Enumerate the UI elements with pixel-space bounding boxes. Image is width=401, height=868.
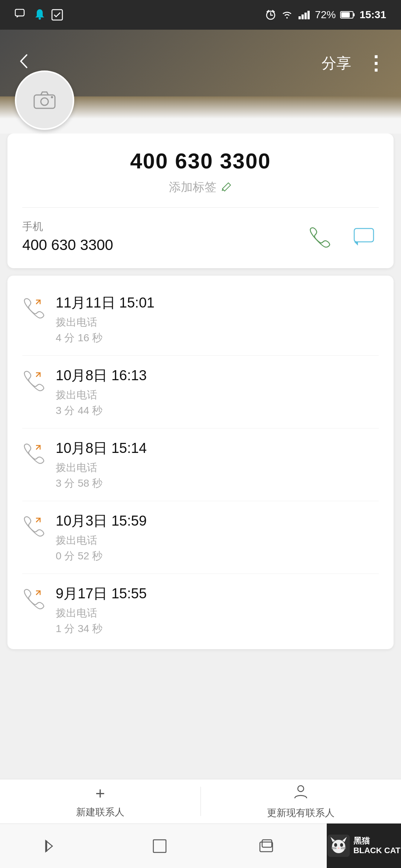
plus-icon: + (95, 784, 105, 803)
history-duration: 1 分 34 秒 (56, 622, 379, 636)
call-history-card: 11月11日 15:01 拨出电话 4 分 16 秒 10月8日 16:13 拨… (7, 276, 394, 649)
black-cat-watermark: 黑猫BLACK CAT (327, 823, 401, 868)
black-cat-logo (327, 835, 350, 857)
avatar-section (0, 96, 401, 134)
history-type: 拨出电话 (56, 461, 379, 475)
history-duration: 3 分 58 秒 (56, 476, 379, 490)
phone-number-display: 400 630 3300 (22, 237, 113, 253)
history-time: 10月8日 16:13 (56, 366, 379, 385)
history-duration: 0 分 52 秒 (56, 549, 379, 563)
status-bar: 72% 15:31 (0, 0, 401, 30)
svg-point-12 (41, 98, 48, 105)
battery-percent: 72% (315, 9, 336, 21)
history-time: 10月3日 15:59 (56, 512, 379, 530)
new-contact-label: 新建联系人 (76, 806, 124, 819)
checkbox-icon (51, 9, 63, 21)
outgoing-call-icon (22, 296, 45, 320)
svg-point-1 (39, 17, 41, 20)
history-item-info: 10月8日 15:14 拨出电话 3 分 58 秒 (56, 439, 379, 490)
outgoing-call-icon (22, 587, 45, 611)
bottom-action-bar: + 新建联系人 更新现有联系人 (0, 779, 401, 823)
more-button[interactable]: ⋮ (366, 52, 386, 74)
camera-icon (33, 88, 56, 112)
history-item[interactable]: 10月3日 15:59 拨出电话 0 分 52 秒 (7, 501, 394, 573)
history-item[interactable]: 11月11日 15:01 拨出电话 4 分 16 秒 (7, 283, 394, 355)
svg-rect-16 (46, 841, 47, 852)
history-duration: 3 分 44 秒 (56, 404, 379, 418)
contact-card: 400 630 3300 添加标签 手机 400 630 3300 (7, 134, 394, 268)
edit-icon[interactable] (221, 181, 232, 194)
phone-label: 手机 (22, 220, 113, 234)
bell-icon (34, 9, 45, 21)
share-button[interactable]: 分享 (322, 53, 351, 73)
header-actions: 分享 ⋮ (322, 52, 386, 74)
black-cat-text: 黑猫BLACK CAT (353, 836, 401, 856)
svg-rect-0 (15, 9, 24, 16)
svg-rect-2 (52, 10, 62, 20)
history-duration: 4 分 16 秒 (56, 331, 379, 345)
svg-point-21 (332, 840, 345, 853)
update-contact-button[interactable]: 更新现有联系人 (201, 779, 401, 823)
history-item-info: 10月8日 16:13 拨出电话 3 分 44 秒 (56, 366, 379, 418)
svg-rect-10 (341, 12, 350, 17)
update-contact-label: 更新现有联系人 (267, 806, 335, 819)
history-item-info: 10月3日 15:59 拨出电话 0 分 52 秒 (56, 512, 379, 563)
history-type: 拨出电话 (56, 533, 379, 548)
history-item[interactable]: 10月8日 15:14 拨出电话 3 分 58 秒 (7, 428, 394, 501)
history-item-info: 9月17日 15:55 拨出电话 1 分 34 秒 (56, 584, 379, 636)
contact-number: 400 630 3300 (22, 148, 379, 173)
outgoing-call-icon (22, 369, 45, 393)
history-type: 拨出电话 (56, 388, 379, 402)
history-item[interactable]: 9月17日 15:55 拨出电话 1 分 34 秒 (7, 574, 394, 642)
svg-rect-9 (353, 13, 355, 16)
svg-rect-14 (354, 228, 374, 242)
nav-recents-button[interactable] (229, 831, 303, 861)
svg-rect-4 (299, 16, 301, 19)
avatar[interactable] (15, 70, 74, 130)
time: 15:31 (359, 9, 386, 21)
svg-point-13 (51, 96, 53, 98)
nav-home-button[interactable] (123, 831, 197, 861)
svg-point-25 (340, 843, 343, 847)
chat-icon (15, 9, 28, 21)
add-label-row: 添加标签 (22, 179, 379, 195)
history-type: 拨出电话 (56, 315, 379, 329)
svg-point-24 (334, 843, 337, 847)
status-right-icons: 72% 15:31 (265, 9, 386, 21)
history-item-info: 11月11日 15:01 拨出电话 4 分 16 秒 (56, 293, 379, 345)
history-item[interactable]: 10月8日 16:13 拨出电话 3 分 44 秒 (7, 356, 394, 428)
svg-rect-5 (301, 14, 304, 19)
status-left-icons (15, 9, 63, 21)
phone-info: 手机 400 630 3300 (22, 220, 113, 253)
person-icon (293, 783, 309, 803)
battery-icon (340, 10, 355, 19)
outgoing-call-icon (22, 514, 45, 538)
divider (22, 207, 379, 208)
svg-rect-19 (262, 840, 272, 847)
back-button[interactable] (15, 52, 33, 75)
history-time: 11月11日 15:01 (56, 293, 379, 312)
outgoing-call-icon (22, 442, 45, 466)
phone-row: 手机 400 630 3300 (22, 220, 379, 253)
svg-point-15 (298, 786, 304, 792)
svg-rect-6 (304, 13, 307, 19)
new-contact-button[interactable]: + 新建联系人 (0, 779, 200, 823)
nav-back-button[interactable] (16, 831, 90, 861)
call-button[interactable] (304, 222, 334, 251)
svg-rect-7 (307, 11, 310, 19)
nav-bar: 黑猫BLACK CAT (0, 823, 401, 868)
svg-rect-17 (153, 840, 166, 852)
history-time: 9月17日 15:55 (56, 584, 379, 603)
contact-action-buttons (304, 222, 379, 251)
add-label-text: 添加标签 (169, 179, 216, 195)
history-type: 拨出电话 (56, 606, 379, 620)
history-time: 10月8日 15:14 (56, 439, 379, 458)
alarm-icon (265, 9, 276, 20)
message-button[interactable] (349, 222, 379, 251)
signal-icon (298, 10, 310, 20)
wifi-icon (281, 10, 293, 20)
